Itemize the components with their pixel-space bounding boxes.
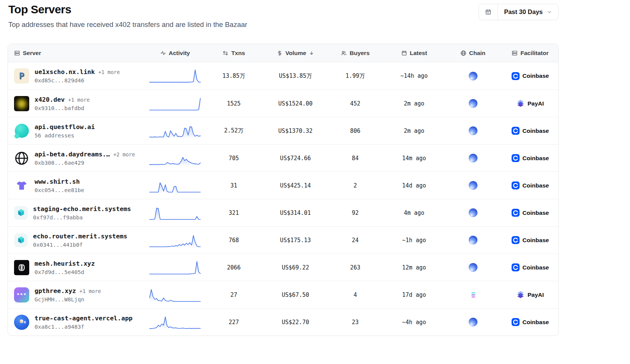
txns-value: 768 [203, 237, 264, 244]
title-block: Top Servers Top addresses that have rece… [8, 3, 247, 29]
column-header-volume[interactable]: Volume [264, 50, 327, 57]
buyers-value: 24 [327, 237, 384, 244]
facilitator-name: Coinbase [523, 210, 549, 216]
txns-value: 27 [203, 292, 264, 298]
chain-cell [444, 236, 501, 244]
base-chain-icon [469, 99, 477, 108]
facilitator-cell: Coinbase [501, 154, 559, 162]
server-name: staging-echo.merit.systems [33, 205, 131, 213]
column-label: Server [23, 50, 41, 57]
column-header-activity[interactable]: Activity [146, 50, 203, 57]
chain-cell [444, 72, 501, 80]
table-row[interactable]: echo.router.merit.systems 0x0341...441b0… [8, 226, 558, 254]
facilitator-name: Coinbase [523, 237, 549, 244]
facilitator-icon [512, 72, 520, 80]
activity-sparkline [146, 231, 203, 249]
base-chain-icon [469, 263, 477, 272]
table-row[interactable]: *** gpthree.xyz +1 more GcjHMH...W8Ljqn … [8, 281, 558, 308]
server-address: 0x7d9d...5e405d [35, 269, 95, 275]
column-header-txns[interactable]: Txns [203, 50, 264, 57]
server-cell: x420.dev +1 more 0x9310...bafdbd [8, 96, 146, 111]
facilitator-cell: PayAI [501, 291, 559, 299]
column-header-latest[interactable]: Latest [384, 50, 444, 57]
server-address: GcjHMH...W8Ljqn [35, 296, 101, 303]
txns-value: 705 [203, 155, 264, 162]
table-row[interactable]: mesh.heurist.xyz 0x7d9d...5e405d 2066 US… [8, 254, 558, 281]
dollar-icon [277, 50, 283, 56]
volume-value: US$69.22 [264, 264, 327, 271]
chain-cell [444, 208, 501, 217]
buyers-value: 2 [327, 182, 384, 189]
facilitator-name: Coinbase [523, 182, 549, 189]
server-name: api-beta.daydreams.… [35, 151, 110, 158]
volume-value: US$67.50 [264, 292, 327, 298]
facilitator-cell: Coinbase [501, 209, 559, 217]
globe-icon [460, 50, 466, 56]
base-chain-icon [469, 154, 477, 162]
activity-sparkline [146, 67, 203, 85]
latest-value: 12m ago [384, 264, 444, 271]
volume-value: US$22.70 [264, 319, 327, 326]
activity-sparkline [146, 204, 203, 222]
table-row[interactable]: P ue1xscho.nx.link +1 more 0xd85c...829d… [8, 62, 558, 90]
solana-chain-icon [469, 291, 477, 299]
table-row[interactable]: www.shirt.sh 0xc054...ee81be 31 US$425.1… [8, 172, 558, 199]
chain-cell [444, 318, 501, 326]
latest-value: 4m ago [384, 210, 444, 216]
table-row[interactable]: n true-cast-agent.vercel.app 0xa8c1...a9… [8, 308, 558, 336]
volume-value: US$175.13 [264, 237, 327, 244]
column-header-chain[interactable]: Chain [444, 50, 501, 57]
latest-value: 17d ago [384, 292, 444, 298]
server-address: 0xb308...6ae429 [35, 160, 135, 166]
server-cell: api-beta.daydreams.… +2 more 0xb308...6a… [8, 151, 146, 166]
chevron-down-icon [547, 9, 552, 15]
facilitator-icon [512, 263, 520, 271]
table-row[interactable]: api-beta.daydreams.… +2 more 0xb308...6a… [8, 144, 558, 172]
table-row[interactable]: staging-echo.merit.systems 0xf97d...f9ab… [8, 199, 558, 226]
sort-desc-icon [309, 50, 314, 56]
facilitator-name: Coinbase [523, 319, 549, 326]
server-extra-count: +1 more [98, 69, 120, 75]
base-chain-icon [469, 181, 477, 190]
table-header-row: ServerActivityTxnsVolumeBuyersLatestChai… [8, 44, 558, 62]
facilitator-cell: Coinbase [501, 127, 559, 135]
column-header-server[interactable]: Server [8, 50, 146, 57]
volume-value: US$314.01 [264, 210, 327, 216]
activity-sparkline [146, 313, 203, 331]
buyers-value: 1.99万 [327, 72, 384, 80]
column-header-buyers[interactable]: Buyers [327, 50, 384, 57]
page-subtitle: Top addresses that have received x402 tr… [8, 20, 247, 29]
latest-value: 14d ago [384, 182, 444, 189]
facilitator-name: Coinbase [523, 264, 549, 271]
shirt-logo [14, 178, 29, 193]
server-extra-count: +1 more [79, 288, 101, 294]
buyers-value: 263 [327, 264, 384, 271]
server-name: true-cast-agent.vercel.app [35, 315, 132, 322]
facilitator-icon [512, 236, 520, 244]
calendar-button[interactable] [479, 4, 498, 20]
heurist-logo [14, 260, 29, 275]
date-range-dropdown[interactable]: Past 30 Days [498, 4, 558, 20]
buyers-value: 806 [327, 128, 384, 134]
buyers-value: 92 [327, 210, 384, 216]
facilitator-icon [517, 291, 524, 299]
facilitator-icon [512, 154, 520, 162]
txns-value: 321 [203, 210, 264, 216]
server-cell: www.shirt.sh 0xc054...ee81be [8, 178, 146, 193]
server-name: gpthree.xyz [35, 287, 76, 295]
table-row[interactable]: x420.dev +1 more 0x9310...bafdbd 1525 US… [8, 90, 558, 117]
volume-value: US$1370.32 [264, 128, 327, 134]
column-header-facilitator[interactable]: Facilitator [501, 50, 559, 57]
p-logo: P [14, 68, 29, 84]
server-cell: echo.router.merit.systems 0x0341...441b0… [8, 233, 146, 248]
chain-cell [444, 126, 501, 135]
activity-sparkline [146, 176, 203, 195]
latest-value: 2m ago [384, 128, 444, 134]
latest-value: ~14h ago [384, 72, 444, 79]
server-cell: P ue1xscho.nx.link +1 more 0xd85c...829d… [8, 68, 146, 84]
server-extra-count: +2 more [113, 151, 135, 158]
latest-value: ~1h ago [384, 237, 444, 244]
facilitator-name: PayAI [528, 292, 544, 298]
table-row[interactable]: api.questflow.ai 56 addresses 2.52万 US$1… [8, 117, 558, 144]
column-label: Chain [469, 50, 485, 57]
